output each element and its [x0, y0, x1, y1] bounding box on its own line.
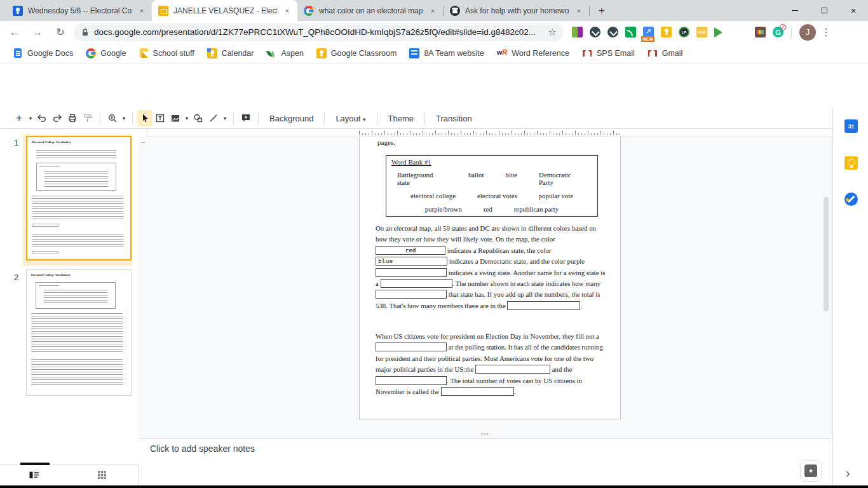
print-button[interactable]: [65, 110, 80, 126]
shield-extension-icon[interactable]: [590, 27, 600, 37]
bookmark-word-reference[interactable]: wRWord Reference: [492, 46, 574, 60]
taskbar-edge: [0, 485, 868, 488]
word-bank-term: republican party: [503, 205, 569, 213]
bookmark-google[interactable]: Google: [81, 46, 131, 60]
slide-page[interactable]: pages. Word Bank #1 Battleground stateba…: [359, 137, 621, 419]
video-extension-icon[interactable]: [714, 27, 722, 37]
undo-button[interactable]: [34, 110, 50, 126]
screencastify-extension-icon[interactable]: [625, 27, 636, 37]
insert-image-button[interactable]: [168, 110, 183, 126]
answer-blank-empty[interactable]: [376, 342, 447, 351]
paragraph-text: .: [580, 302, 582, 309]
game-2048-extension-icon[interactable]: 2048: [696, 27, 707, 37]
separator: [791, 27, 792, 38]
art-extension-icon[interactable]: [755, 27, 766, 37]
tab-classroom-assignment[interactable]: Wednesday 5/6 -- Electoral Colle ×: [6, 0, 152, 21]
close-button[interactable]: ×: [839, 0, 868, 21]
answer-blank-empty[interactable]: [376, 376, 447, 385]
url-input[interactable]: docs.google.com/presentation/d/1ZK77ePRC…: [74, 24, 563, 41]
background-button[interactable]: Background: [263, 111, 320, 126]
bookmark-sps-email[interactable]: SPS Email: [577, 46, 640, 60]
lastpass-extension-icon[interactable]: LP: [679, 27, 689, 37]
google-keep-icon[interactable]: [844, 156, 858, 170]
answer-blank-empty[interactable]: [441, 387, 514, 396]
minimize-button[interactable]: [780, 0, 810, 21]
redo-button[interactable]: [50, 110, 65, 126]
answer-blank-empty[interactable]: [376, 268, 447, 277]
paragraph-2[interactable]: When US citizens vote for president on E…: [376, 331, 609, 397]
grammarly-extension-icon[interactable]: G: [773, 27, 783, 37]
word-bank-box[interactable]: Word Bank #1 Battleground stateballotblu…: [386, 155, 598, 217]
maximize-button[interactable]: [810, 0, 839, 21]
bookmark-team-website[interactable]: 8A Team website: [404, 46, 489, 60]
bookmark-label: Gmail: [662, 49, 683, 58]
filmstrip-scroll-indicator[interactable]: [20, 463, 50, 465]
word-bank-term: Democratic Party: [528, 171, 597, 186]
share-extension-icon[interactable]: NEW: [643, 27, 654, 37]
google-tasks-icon[interactable]: [844, 193, 858, 206]
tab-slides-active[interactable]: JANELLE VELASQUEZ - Electoral C ×: [152, 0, 297, 21]
tab-close-icon[interactable]: ×: [574, 6, 584, 16]
select-tool-button[interactable]: [137, 110, 153, 126]
canvas-scrollbar[interactable]: [824, 197, 829, 311]
tab-google-search[interactable]: what color on an electoral map is ×: [297, 0, 443, 21]
theme-button[interactable]: Theme: [382, 111, 420, 126]
back-button[interactable]: ←: [6, 24, 23, 41]
bookmark-google-classroom[interactable]: Google Classroom: [311, 46, 402, 60]
insert-comment-button[interactable]: [238, 110, 254, 126]
new-slide-button[interactable]: +: [11, 110, 27, 126]
layout-button[interactable]: Layout ▾: [329, 111, 372, 126]
answer-blank-empty[interactable]: [507, 301, 580, 310]
shield-extension-icon-2[interactable]: [607, 27, 618, 37]
zoom-dropdown[interactable]: ▾: [120, 115, 128, 121]
tab-homework-help[interactable]: Ask for help with your homework ×: [444, 0, 589, 21]
speaker-notes-placeholder[interactable]: Click to add speaker notes: [150, 444, 255, 454]
tab-close-icon[interactable]: ×: [428, 6, 438, 16]
chrome-menu-icon[interactable]: ⋮: [821, 26, 831, 38]
answer-blank-empty[interactable]: [381, 279, 452, 288]
bookmark-aspen[interactable]: Aspen: [261, 46, 308, 60]
grid-view-icon[interactable]: [97, 470, 107, 480]
answer-blank-filled[interactable]: blue: [376, 257, 447, 266]
separator: [132, 112, 133, 125]
paragraph-1[interactable]: On an electoral map, all 50 states and D…: [376, 223, 609, 311]
reload-button[interactable]: ↻: [52, 24, 69, 41]
transition-button[interactable]: Transition: [430, 111, 478, 126]
line-dropdown[interactable]: ▾: [221, 115, 229, 121]
tab-close-icon[interactable]: ×: [282, 6, 292, 16]
slide-thumbnail-2[interactable]: Electoral College Vocabulary: [26, 269, 132, 396]
tab-close-icon[interactable]: ×: [137, 6, 147, 16]
answer-blank-filled[interactable]: red: [376, 246, 445, 255]
google-calendar-icon[interactable]: 31: [844, 119, 858, 133]
highlighter-extension-icon[interactable]: [572, 27, 583, 37]
image-dropdown[interactable]: ▾: [183, 115, 191, 121]
forward-button[interactable]: →: [29, 24, 46, 41]
line-tool-button[interactable]: [206, 110, 221, 126]
filmstrip-view-icon[interactable]: [29, 470, 39, 480]
word-bank-row: electoral collegeelectoral votespopular …: [386, 192, 597, 200]
new-slide-dropdown[interactable]: ▾: [27, 115, 34, 121]
zoom-button[interactable]: [105, 110, 120, 126]
notes-resize-handle[interactable]: ⋯: [460, 429, 511, 438]
paint-format-button[interactable]: [80, 110, 95, 126]
bookmark-school-stuff[interactable]: School stuff: [134, 46, 200, 60]
answer-blank-empty[interactable]: [475, 365, 550, 374]
thumbnail-title: Electoral College Vocabulary: [31, 273, 71, 276]
speaker-notes-area[interactable]: Click to add speaker notes ✦: [139, 438, 832, 485]
url-text: docs.google.com/presentation/d/1ZK77ePRC…: [94, 27, 543, 37]
tab-title: JANELLE VELASQUEZ - Electoral C: [173, 6, 277, 15]
answer-blank-empty[interactable]: [376, 290, 447, 299]
bookmark-gmail[interactable]: Gmail: [642, 46, 688, 60]
text-box-button[interactable]: [153, 110, 168, 126]
collapse-panel-chevron-icon[interactable]: ›: [846, 466, 850, 480]
bookmark-google-docs[interactable]: Google Docs: [8, 46, 78, 60]
browser-profile-avatar[interactable]: J: [799, 24, 816, 41]
slide-thumbnail-1[interactable]: Electoral College Vocabulary: [26, 136, 132, 261]
classroom-extension-icon[interactable]: [661, 27, 672, 37]
explore-button[interactable]: ✦: [800, 460, 822, 482]
bookmark-calendar[interactable]: Calendar: [202, 46, 259, 60]
shape-tool-button[interactable]: [191, 110, 206, 126]
bookmark-star-icon[interactable]: ☆: [548, 27, 557, 38]
word-bank-term: popular vote: [528, 192, 584, 200]
new-tab-button[interactable]: +: [593, 3, 610, 19]
